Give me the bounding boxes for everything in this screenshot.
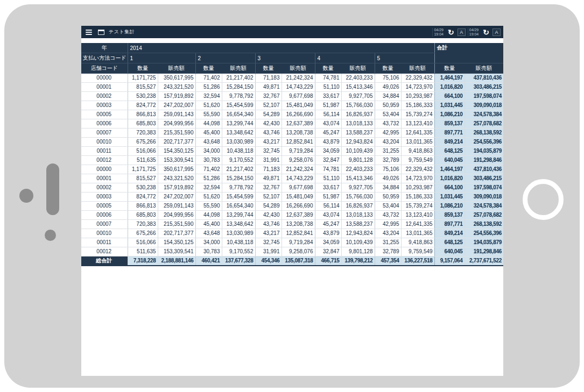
qty-cell: 52,107	[255, 101, 282, 110]
sales-cell: 9,258,076	[282, 247, 315, 256]
total-sales-cell: 197,598,074	[465, 92, 503, 101]
qty-cell: 33,617	[315, 92, 341, 101]
home-button[interactable]	[523, 179, 564, 220]
sales-cell: 16,826,937	[341, 110, 375, 119]
table-row[interactable]: 00007720,383215,351,59045,40013,348,6424…	[81, 220, 503, 229]
table-row[interactable]: 00010675,266202,717,37743,64813,030,9894…	[81, 229, 503, 238]
total-qty-cell: 859,137	[434, 119, 465, 129]
sales-cell: 247,202,007	[158, 193, 195, 202]
qty-cell: 55,590	[195, 110, 222, 119]
table-row[interactable]: 00002530,238157,919,89232,5949,778,79232…	[81, 183, 503, 193]
qty-cell: 74,781	[315, 165, 341, 174]
table-row[interactable]: 00012511,635153,309,54130,7839,170,55231…	[81, 247, 503, 256]
auto-refresh-button[interactable]: A	[492, 28, 501, 36]
qty-cell: 49,871	[255, 83, 282, 92]
sales-cell: 15,454,599	[222, 101, 255, 110]
payment-code-header: 5	[375, 53, 434, 63]
sales-cell: 10,438,118	[222, 147, 255, 156]
total-qty-header: 数量	[434, 63, 465, 74]
qty-cell: 54,289	[255, 202, 282, 211]
table-row[interactable]: 000001,171,725350,617,99571,40221,217,40…	[81, 74, 503, 83]
grand-total-cell: 457,354	[375, 256, 401, 266]
table-row[interactable]: 00003824,772247,202,00751,62015,454,5995…	[81, 101, 503, 110]
sales-cell: 215,351,590	[158, 129, 195, 138]
qty-cell: 43,648	[195, 138, 222, 147]
qty-cell: 43,879	[315, 138, 341, 147]
sales-cell: 9,258,076	[282, 156, 315, 165]
qty-cell: 51,620	[195, 101, 222, 110]
qty-cell: 824,772	[128, 101, 158, 110]
total-qty-cell: 664,100	[434, 183, 465, 193]
sales-cell: 350,617,995	[158, 165, 195, 174]
qty-cell: 43,648	[195, 229, 222, 238]
sales-cell: 13,011,365	[401, 229, 434, 238]
qty-cell: 1,171,725	[128, 165, 158, 174]
table-row[interactable]: 00010675,266202,717,37743,64813,030,9894…	[81, 138, 503, 147]
grand-total-cell: 135,087,318	[282, 256, 315, 266]
sales-cell: 9,170,552	[222, 247, 255, 256]
menu-button[interactable]	[84, 27, 93, 37]
qty-cell: 32,847	[315, 156, 341, 165]
qty-cell: 34,884	[375, 92, 401, 101]
qty-cell: 43,879	[315, 229, 341, 238]
qty-cell: 685,803	[128, 119, 158, 129]
sales-cell: 21,242,324	[282, 165, 315, 174]
qty-cell: 34,000	[195, 238, 222, 247]
grand-total-cell: 139,798,212	[341, 256, 375, 266]
qty-cell: 52,107	[255, 193, 282, 202]
qty-cell: 54,289	[255, 110, 282, 119]
table-row[interactable]: 00001815,527243,321,52051,28615,284,1504…	[81, 174, 503, 183]
sales-cell: 13,348,642	[222, 220, 255, 229]
qty-cell: 33,617	[315, 183, 341, 193]
sales-cell: 15,739,274	[401, 202, 434, 211]
qty-cell: 45,247	[315, 220, 341, 229]
table-row[interactable]: 000001,171,725350,617,99571,40221,217,40…	[81, 165, 503, 174]
table-row[interactable]: 00006685,803204,999,95644,09813,299,7444…	[81, 119, 503, 129]
sales-cell: 14,723,970	[401, 174, 434, 183]
table-row[interactable]: 00011516,066154,350,12534,00010,438,1183…	[81, 238, 503, 247]
qty-cell: 44,098	[195, 119, 222, 129]
sales-cell: 9,759,549	[401, 247, 434, 256]
store-code-cell: 00000	[81, 165, 128, 174]
refresh-button[interactable]: ↻	[482, 28, 490, 36]
qty-header: 数量	[128, 63, 158, 74]
sales-cell: 13,208,738	[282, 220, 315, 229]
store-code-cell: 00000	[81, 74, 128, 83]
table-row[interactable]: 00005866,813259,091,14355,59016,654,3405…	[81, 202, 503, 211]
table-row[interactable]: 00001815,527243,321,52051,28615,284,1504…	[81, 83, 503, 92]
table-row[interactable]: 00011516,066154,350,12534,00010,438,1183…	[81, 147, 503, 156]
sales-cell: 22,329,432	[401, 165, 434, 174]
total-sales-cell: 197,598,074	[465, 183, 503, 193]
table-row[interactable]: 00005866,813259,091,14355,59016,654,3405…	[81, 110, 503, 119]
auto-refresh-button[interactable]: A	[458, 28, 466, 36]
qty-cell: 1,171,725	[128, 74, 158, 83]
sales-cell: 9,801,128	[341, 247, 375, 256]
payment-code-header: 3	[255, 53, 315, 63]
qty-cell: 74,781	[315, 74, 341, 83]
sales-cell: 247,202,007	[158, 101, 195, 110]
qty-cell: 45,400	[195, 220, 222, 229]
year-value: 2014	[128, 43, 434, 53]
qty-cell: 51,987	[315, 101, 341, 110]
table-row[interactable]: 00003824,772247,202,00751,62015,454,5995…	[81, 193, 503, 202]
sales-cell: 204,999,956	[158, 211, 195, 220]
sales-cell: 12,943,824	[341, 138, 375, 147]
refresh-icon: ↻	[483, 28, 489, 37]
table-row[interactable]: 00002530,238157,919,89232,5949,778,79232…	[81, 92, 503, 101]
qty-cell: 45,247	[315, 129, 341, 138]
qty-cell: 815,527	[128, 174, 158, 183]
qty-cell: 49,026	[375, 174, 401, 183]
refresh-time: 19:04	[434, 32, 444, 37]
table-row[interactable]: 00006685,803204,999,95644,09813,299,7444…	[81, 211, 503, 220]
sales-cell: 15,481,049	[282, 101, 315, 110]
total-column-header: 合計	[434, 43, 503, 63]
refresh-timestamp: 04/29 19:04	[432, 28, 445, 37]
qty-cell: 685,803	[128, 211, 158, 220]
window-button[interactable]	[96, 27, 105, 37]
total-qty-cell: 897,771	[434, 220, 465, 229]
qty-cell: 31,991	[255, 247, 282, 256]
table-row[interactable]: 00007720,383215,351,59045,40013,348,6424…	[81, 129, 503, 138]
refresh-button[interactable]: ↻	[447, 28, 455, 36]
table-row[interactable]: 00012511,635153,309,54130,7839,170,55231…	[81, 156, 503, 165]
grand-total-cell: 9,157,064	[434, 256, 465, 266]
